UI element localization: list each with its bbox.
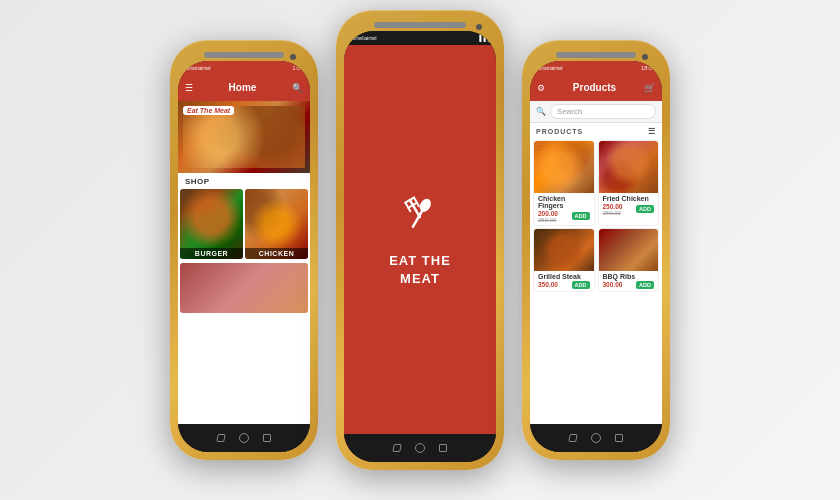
home-button-3[interactable]: [591, 433, 601, 443]
product-price-1: 250.00: [603, 203, 623, 210]
shop-section-label: SHOP: [178, 173, 310, 189]
product-old-price-1: 350.00: [603, 210, 623, 216]
time-3: 18:05: [641, 65, 656, 71]
add-button-3[interactable]: ADD: [636, 281, 654, 289]
carrier-2: Airtelairtel: [350, 35, 377, 41]
phone-products: Airtelairtel 18:05 ⚙ Products 🛒 🔍 Search…: [522, 40, 670, 460]
product-old-price-0: 250.00: [538, 217, 558, 223]
product-info-3: BBQ Ribs 300.00 ADD: [599, 271, 659, 291]
heart-icon-2[interactable]: ♡: [537, 232, 544, 241]
fork-spoon-svg: [394, 190, 446, 242]
burger-category[interactable]: BURGER: [180, 189, 243, 259]
bottom-nav-2: [344, 434, 496, 462]
products-grid: ♡ Chicken Fingers 200.00 250.00 ADD: [530, 138, 662, 228]
home-button-2[interactable]: [415, 443, 425, 453]
product-name-0: Chicken Fingers: [538, 195, 590, 209]
product-card-1[interactable]: ♡ Fried Chicken 250.00 350.00 ADD: [598, 140, 660, 226]
search-mag-icon: 🔍: [536, 107, 546, 116]
speaker-bar-3: [556, 52, 635, 58]
carrier-3: Airtelairtel: [536, 65, 563, 71]
product-price-row-3: 300.00 ADD: [603, 281, 655, 289]
chicken-label: CHICKEN: [245, 248, 308, 259]
product-info-1: Fried Chicken 250.00 350.00 ADD: [599, 193, 659, 218]
phone-home: Airtelairtel 1:00 ☰ Home 🔍 Eat The Meat …: [170, 40, 318, 460]
product-card-0[interactable]: ♡ Chicken Fingers 200.00 250.00 ADD: [533, 140, 595, 226]
speaker-bar: [204, 52, 283, 58]
product-name-2: Grilled Steak: [538, 273, 590, 280]
product-price-row-0: 200.00 250.00 ADD: [538, 210, 590, 223]
recent-button-1[interactable]: [263, 434, 271, 442]
list-icon[interactable]: ☰: [648, 127, 656, 136]
bottom-nav-3: [530, 424, 662, 452]
product-img-0: ♡: [534, 141, 594, 193]
add-button-2[interactable]: ADD: [572, 281, 590, 289]
phone-splash: Airtelairtel ▐▐▐: [336, 10, 504, 470]
carrier-1: Airtelairtel: [184, 65, 211, 71]
brand-label: Eat The Meat: [183, 106, 234, 115]
status-bar-2: Airtelairtel ▐▐▐: [344, 31, 496, 45]
product-price-3: 300.00: [603, 281, 623, 288]
back-button-1[interactable]: [216, 434, 225, 442]
more-products-row: ♡ Grilled Steak 350.00 ADD ♡: [530, 228, 662, 295]
speaker-bar-2: [374, 22, 465, 28]
search-input[interactable]: Search: [550, 104, 656, 119]
product-img-3: ♡: [599, 229, 659, 271]
svg-rect-3: [404, 196, 415, 204]
products-screen: PRODUCTS ☰ ♡ Chicken Fingers: [530, 123, 662, 424]
home-screen: Eat The Meat SHOP BURGER CHICKEN: [178, 101, 310, 424]
search-icon-1[interactable]: 🔍: [292, 83, 303, 93]
camera-3: [642, 54, 648, 60]
chicken-category[interactable]: CHICKEN: [245, 189, 308, 259]
heart-icon-0[interactable]: ♡: [537, 144, 544, 153]
camera-2: [476, 24, 482, 30]
product-price-0: 200.00: [538, 210, 558, 217]
add-button-1[interactable]: ADD: [636, 205, 654, 213]
product-img-2: ♡: [534, 229, 594, 271]
signal-2: ▐▐▐: [477, 35, 490, 41]
hero-food-image: Eat The Meat: [178, 101, 310, 173]
product-card-3[interactable]: ♡ BBQ Ribs 300.00 ADD: [598, 228, 660, 292]
product-info-2: Grilled Steak 350.00 ADD: [534, 271, 594, 291]
splash-screen: EAT THE MEAT: [344, 45, 496, 434]
scene: Airtelairtel 1:00 ☰ Home 🔍 Eat The Meat …: [0, 0, 840, 500]
back-button-3[interactable]: [568, 434, 577, 442]
home-title: Home: [198, 82, 287, 93]
product-price-2: 350.00: [538, 281, 558, 288]
category-grid: BURGER CHICKEN: [178, 189, 310, 261]
home-button-1[interactable]: [239, 433, 249, 443]
filter-icon[interactable]: ⚙: [537, 83, 545, 93]
recent-button-2[interactable]: [439, 444, 447, 452]
product-price-row-2: 350.00 ADD: [538, 281, 590, 289]
status-bar-1: Airtelairtel 1:00: [178, 61, 310, 75]
heart-icon-1[interactable]: ♡: [602, 144, 609, 153]
product-name-1: Fried Chicken: [603, 195, 655, 202]
add-button-0[interactable]: ADD: [572, 212, 590, 220]
bottom-nav-1: [178, 424, 310, 452]
splash-title: EAT THE MEAT: [389, 252, 451, 288]
fork-spoon-icon: [394, 190, 446, 242]
app-bar-3: ⚙ Products 🛒: [530, 75, 662, 101]
app-bar-1: ☰ Home 🔍: [178, 75, 310, 101]
camera: [290, 54, 296, 60]
heart-icon-3[interactable]: ♡: [602, 232, 609, 241]
search-bar-row: 🔍 Search: [530, 101, 662, 123]
product-img-1: ♡: [599, 141, 659, 193]
cart-icon[interactable]: 🛒: [644, 83, 655, 93]
products-label-row: PRODUCTS ☰: [530, 123, 662, 138]
recent-button-3[interactable]: [615, 434, 623, 442]
product-info-0: Chicken Fingers 200.00 250.00 ADD: [534, 193, 594, 225]
svg-point-6: [418, 197, 434, 214]
products-label: PRODUCTS: [536, 128, 583, 135]
product-card-2[interactable]: ♡ Grilled Steak 350.00 ADD: [533, 228, 595, 292]
menu-icon[interactable]: ☰: [185, 83, 193, 93]
product-name-3: BBQ Ribs: [603, 273, 655, 280]
products-title: Products: [550, 82, 639, 93]
status-bar-3: Airtelairtel 18:05: [530, 61, 662, 75]
product-price-row-1: 250.00 350.00 ADD: [603, 203, 655, 216]
back-button-2[interactable]: [392, 444, 401, 452]
burger-label: BURGER: [180, 248, 243, 259]
time-1: 1:00: [292, 65, 304, 71]
